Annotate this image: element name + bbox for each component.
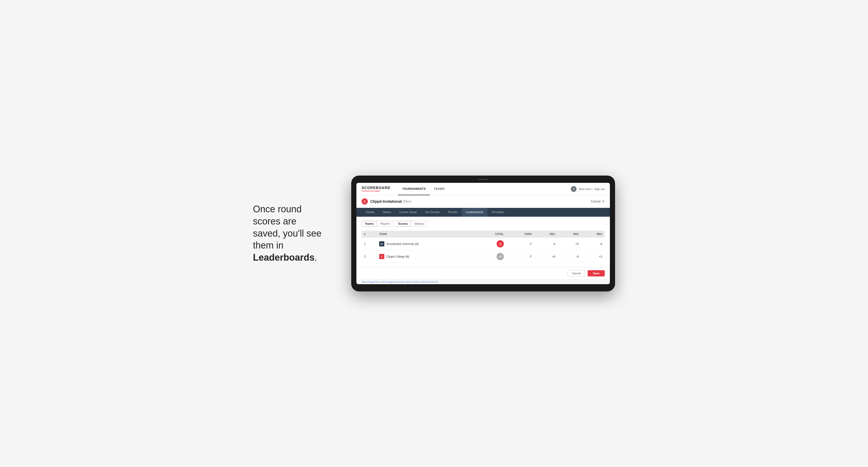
team-1: SU Scoreboard University [A] (377, 238, 476, 250)
desc-line3: saved, you'll see (253, 228, 321, 239)
nav-links: TOURNAMENTS TEAMS (398, 183, 571, 195)
desc-bold: Leaderboards (253, 252, 314, 263)
toggle-group: Teams Players Scores Strokes (362, 221, 605, 226)
team-logo-2: C (379, 254, 384, 259)
tablet-screen: SCOREBOARD Powered by clippd TOURNAMENTS… (356, 183, 610, 284)
score-badge-2: +3 (497, 253, 504, 260)
logo-text: SCOREBOARD (362, 186, 390, 190)
avatar: S (571, 186, 577, 192)
desc-line4: them in (253, 240, 283, 251)
page-wrapper: Once round scores are saved, you'll see … (253, 176, 615, 291)
sign-out-link[interactable]: Sign out (594, 187, 605, 191)
nav-teams[interactable]: TEAMS (430, 183, 449, 195)
rank-1: 1 (362, 238, 377, 250)
toggle-scores[interactable]: Scores (395, 221, 411, 226)
content-area: Teams Players Scores Strokes # TEAM TOTA… (356, 217, 610, 267)
toggle-strokes[interactable]: Strokes (411, 221, 427, 226)
team-2: C Clippd College [A] (377, 250, 476, 263)
rd2-1: +5 (558, 238, 582, 250)
toggle-players[interactable]: Players (377, 221, 393, 226)
app-logo: SCOREBOARD Powered by clippd (362, 186, 390, 192)
tournament-header: C Clippd Invitational (Men) Cancel ✕ (356, 195, 610, 208)
tablet-frame: SCOREBOARD Powered by clippd TOURNAMENTS… (351, 176, 615, 291)
user-name: Test User | (579, 187, 592, 191)
team-logo-1: SU (379, 241, 384, 246)
tournament-gender: (Men) (403, 199, 411, 203)
rd1-1: -4 (534, 238, 558, 250)
team-name-1: Scoreboard University [A] (386, 242, 419, 245)
url-bar: https://stage-blue-coach.stagescoreboard… (356, 279, 610, 284)
nav-right: S Test User | Sign out (571, 186, 605, 192)
team-name-2: Clippd College [A] (386, 255, 409, 258)
rd2-2: -8 (558, 250, 582, 263)
total-1: -5 (475, 238, 506, 250)
col-rd3: RD3 (581, 231, 605, 238)
rd3-2: +3 (581, 250, 605, 263)
tab-printables[interactable]: Printables (488, 208, 508, 217)
toggle-teams[interactable]: Teams (362, 221, 377, 226)
desc-line1: Once round (253, 204, 302, 214)
table-row: 1 SU Scoreboard University [A] -5 (362, 238, 605, 250)
tournament-name: Clippd Invitational (370, 199, 402, 204)
desc-line2: scores are (253, 216, 297, 226)
total-2: +3 (475, 250, 506, 263)
sub-nav: Details Teams Course Setup Tee Groups Re… (356, 208, 610, 217)
rd3-1: -6 (581, 238, 605, 250)
col-rd1: RD1 (534, 231, 558, 238)
tab-tee-groups[interactable]: Tee Groups (421, 208, 444, 217)
tab-leaderboards[interactable]: Leaderboards (462, 208, 488, 217)
tournament-logo: C (362, 198, 368, 205)
close-icon: ✕ (602, 199, 605, 203)
tab-details[interactable]: Details (362, 208, 379, 217)
logo-powered: Powered by clippd (362, 190, 390, 192)
rank-2: 2 (362, 250, 377, 263)
score-badge-1: -5 (497, 240, 504, 247)
col-total: TOTAL (475, 231, 506, 238)
thru-2: F (506, 250, 534, 263)
col-rd2: RD2 (558, 231, 582, 238)
cancel-button[interactable]: Cancel (567, 270, 585, 277)
rd1-2: +8 (534, 250, 558, 263)
col-thru: THRU (506, 231, 534, 238)
leaderboard-table: # TEAM TOTAL THRU RD1 RD2 RD3 1 (362, 231, 605, 263)
col-rank: # (362, 231, 377, 238)
col-team: TEAM (377, 231, 476, 238)
tournament-cancel[interactable]: Cancel ✕ (591, 199, 605, 203)
nav-tournaments[interactable]: TOURNAMENTS (398, 183, 430, 195)
left-description: Once round scores are saved, you'll see … (253, 203, 336, 264)
tab-course-setup[interactable]: Course Setup (395, 208, 421, 217)
thru-1: F (506, 238, 534, 250)
tablet-notch (478, 179, 488, 180)
table-row: 2 C Clippd College [A] +3 (362, 250, 605, 263)
table-header-row: # TEAM TOTAL THRU RD1 RD2 RD3 (362, 231, 605, 238)
footer-bar: Cancel Save (356, 267, 610, 279)
url-text: https://stage-blue-coach.stagescoreboard… (362, 281, 438, 283)
app-nav: SCOREBOARD Powered by clippd TOURNAMENTS… (356, 183, 610, 195)
tab-teams[interactable]: Teams (379, 208, 395, 217)
save-button[interactable]: Save (588, 270, 605, 276)
tab-results[interactable]: Results (444, 208, 462, 217)
